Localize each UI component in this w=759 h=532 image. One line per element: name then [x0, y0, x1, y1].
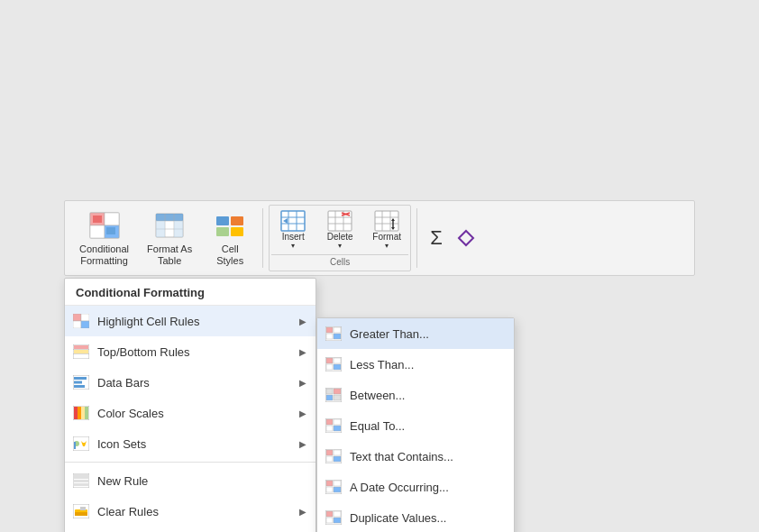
format-as-table-label: Format As Table	[147, 243, 192, 267]
svg-rect-55	[74, 377, 87, 380]
svg-rect-74	[80, 507, 86, 510]
svg-rect-105	[326, 481, 333, 486]
svg-rect-47	[81, 321, 89, 328]
svg-rect-61	[81, 407, 85, 419]
svg-rect-50	[74, 350, 88, 353]
svg-rect-62	[85, 407, 88, 419]
svg-rect-45	[81, 314, 89, 321]
clear-rules-label: Clear Rules	[97, 505, 292, 518]
format-button[interactable]: Format ▾	[365, 207, 408, 252]
menu-item-clear-rules[interactable]: Clear Rules ▶	[65, 496, 315, 527]
ribbon-divider-2	[416, 208, 417, 268]
main-menu: Conditional Formatting Highlight Cell Ru…	[64, 278, 316, 532]
highlight-cell-rules-arrow: ▶	[299, 316, 306, 326]
svg-rect-80	[326, 327, 333, 333]
svg-rect-106	[334, 481, 341, 486]
new-rule-label: New Rule	[97, 474, 306, 488]
sub-menu-item-less-than[interactable]: Less Than...	[317, 349, 514, 380]
text-contains-label: Text that Contains...	[350, 450, 505, 463]
greater-than-label: Greater Than...	[350, 327, 505, 341]
svg-rect-93	[334, 395, 341, 400]
svg-rect-34	[375, 211, 398, 231]
duplicate-values-icon	[325, 509, 343, 527]
data-bars-label: Data Bars	[97, 376, 292, 390]
color-scales-arrow: ▶	[299, 408, 306, 418]
clear-rules-icon	[72, 502, 90, 520]
cells-group-label: Cells	[271, 254, 408, 269]
svg-rect-91	[334, 389, 341, 394]
sigma-button[interactable]: Σ	[423, 205, 450, 271]
delete-label: Delete	[327, 232, 353, 242]
top-bottom-rules-label: Top/Bottom Rules	[97, 345, 292, 359]
menu-item-top-bottom-rules[interactable]: Top/Bottom Rules ▶	[65, 336, 315, 367]
menu-separator-1	[65, 462, 315, 463]
sub-menu-item-duplicate-values[interactable]: Duplicate Values...	[317, 502, 514, 532]
date-occurring-icon	[325, 478, 343, 496]
conditional-formatting-button[interactable]: Conditional Formatting	[72, 205, 136, 271]
svg-rect-70	[74, 483, 88, 486]
svg-rect-13	[156, 221, 165, 229]
svg-rect-113	[334, 518, 341, 523]
format-as-table-button[interactable]: Format As Table	[140, 205, 199, 271]
sub-menu-item-between[interactable]: Between...	[317, 380, 514, 410]
svg-rect-18	[231, 216, 243, 225]
svg-rect-57	[74, 385, 85, 388]
date-occurring-label: A Date Occurring...	[350, 481, 505, 494]
svg-rect-95	[326, 419, 333, 425]
svg-rect-98	[334, 426, 341, 431]
cells-buttons-row: Insert ▾ Delete ▾	[271, 207, 408, 252]
insert-label: Insert	[282, 232, 305, 242]
svg-rect-46	[73, 321, 81, 328]
svg-rect-2	[105, 213, 119, 225]
menu-item-data-bars[interactable]: Data Bars ▶	[65, 367, 315, 398]
menu-item-new-rule[interactable]: New Rule	[65, 465, 315, 496]
svg-rect-83	[334, 334, 341, 339]
delete-button[interactable]: Delete ▾	[318, 207, 361, 252]
svg-rect-60	[78, 407, 81, 419]
menu-item-icon-sets[interactable]: Icon Sets ▶	[65, 428, 315, 459]
new-rule-icon	[72, 472, 90, 490]
svg-rect-82	[326, 334, 333, 339]
svg-rect-102	[326, 456, 333, 462]
sub-menu-item-date-occurring[interactable]: A Date Occurring...	[317, 472, 514, 502]
top-bottom-rules-icon	[72, 343, 90, 361]
icon-sets-icon	[72, 435, 90, 453]
format-as-table-icon	[153, 209, 186, 242]
color-scales-icon	[72, 404, 90, 422]
conditional-formatting-icon	[88, 209, 121, 242]
svg-rect-85	[326, 358, 333, 363]
svg-rect-59	[74, 407, 78, 419]
highlight-cell-rules-icon	[72, 312, 90, 330]
svg-rect-17	[216, 216, 229, 225]
diamond-button[interactable]	[453, 205, 479, 271]
svg-rect-87	[326, 364, 333, 370]
svg-rect-103	[334, 456, 341, 462]
less-than-label: Less Than...	[350, 358, 505, 371]
svg-rect-92	[326, 395, 333, 400]
svg-rect-8	[156, 214, 183, 221]
svg-rect-110	[326, 511, 333, 517]
svg-rect-96	[334, 419, 341, 425]
equal-to-label: Equal To...	[350, 419, 505, 433]
cell-styles-button[interactable]: Cell Styles	[203, 205, 257, 271]
svg-rect-97	[326, 426, 333, 431]
menu-item-color-scales[interactable]: Color Scales ▶	[65, 398, 315, 428]
svg-rect-56	[74, 381, 82, 384]
svg-rect-112	[326, 518, 333, 523]
svg-rect-5	[93, 216, 102, 223]
menu-item-highlight-cell-rules[interactable]: Highlight Cell Rules ▶	[65, 306, 315, 336]
svg-rect-6	[106, 227, 115, 234]
sub-menu-item-text-contains[interactable]: Text that Contains...	[317, 441, 514, 472]
sub-menu-item-greater-than[interactable]: Greater Than...	[317, 318, 514, 349]
sub-menu-item-equal-to[interactable]: Equal To...	[317, 410, 514, 441]
highlight-cell-rules-label: Highlight Cell Rules	[97, 315, 292, 328]
between-icon	[325, 386, 343, 404]
menu-item-manage-rules[interactable]: Manage Rules	[65, 527, 315, 532]
diamond-icon	[457, 229, 475, 247]
insert-button[interactable]: Insert ▾	[271, 207, 315, 252]
text-contains-icon	[325, 447, 343, 465]
clear-rules-arrow: ▶	[299, 507, 306, 517]
format-label: Format	[372, 232, 401, 242]
svg-marker-42	[459, 231, 473, 245]
svg-rect-81	[334, 327, 341, 333]
